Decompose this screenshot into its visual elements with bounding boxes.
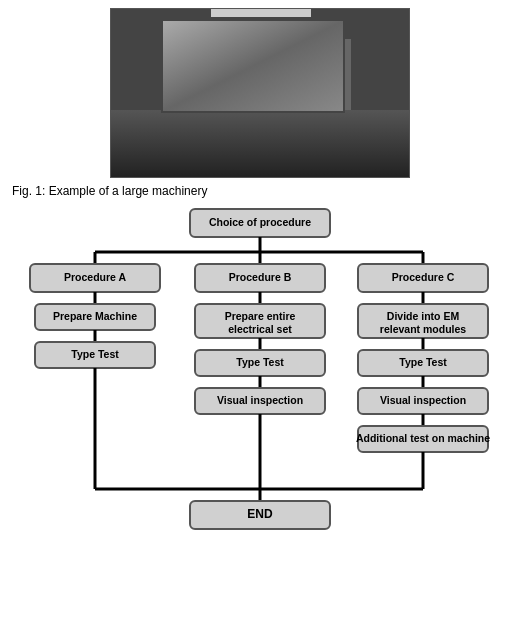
flowchart-svg: .box { fill: #d0d0d0; stroke: #555; stro… [15, 204, 505, 534]
divide-em-label-2: relevant modules [379, 323, 466, 335]
visual-inspection-c-label: Visual inspection [379, 394, 465, 406]
figure-section: Fig. 1: Example of a large machinery [10, 8, 509, 198]
svg-point-21 [248, 76, 264, 92]
svg-point-15 [136, 129, 186, 149]
svg-rect-2 [171, 39, 351, 139]
divide-em-label-1: Divide into EM [386, 310, 459, 322]
svg-point-13 [116, 119, 206, 159]
choice-label: Choice of procedure [208, 216, 310, 228]
svg-rect-12 [309, 61, 323, 72]
prepare-electrical-label-1: Prepare entire [224, 310, 295, 322]
procedure-c-label: Procedure C [391, 271, 454, 283]
svg-rect-6 [326, 39, 351, 139]
type-test-c-label: Type Test [399, 356, 447, 368]
prepare-machine-label: Prepare Machine [52, 310, 136, 322]
svg-rect-11 [306, 59, 326, 74]
svg-rect-8 [226, 54, 296, 114]
svg-rect-19 [211, 9, 311, 17]
svg-rect-5 [171, 39, 196, 139]
machinery-photo [111, 9, 409, 177]
svg-rect-1 [111, 9, 410, 178]
prepare-electrical-label-2: electrical set [228, 323, 292, 335]
svg-rect-3 [176, 44, 346, 134]
svg-rect-18 [111, 149, 410, 178]
procedure-a-label: Procedure A [63, 271, 125, 283]
svg-rect-20 [231, 57, 291, 65]
procedure-b-label: Procedure B [228, 271, 291, 283]
svg-point-22 [268, 76, 284, 92]
svg-rect-9 [196, 59, 216, 74]
end-label: END [247, 507, 273, 521]
type-test-a-label: Type Test [71, 348, 119, 360]
figure-caption: Fig. 1: Example of a large machinery [10, 184, 207, 198]
svg-rect-10 [199, 61, 213, 72]
svg-point-14 [126, 124, 196, 154]
page-container: Fig. 1: Example of a large machinery .bo… [0, 0, 519, 547]
machinery-image [110, 8, 410, 178]
flowchart-container: .box { fill: #d0d0d0; stroke: #555; stro… [15, 204, 505, 537]
svg-rect-7 [221, 49, 301, 119]
svg-rect-4 [181, 24, 341, 54]
additional-test-label: Additional test on machine [355, 432, 489, 444]
type-test-b-label: Type Test [236, 356, 284, 368]
visual-inspection-b-label: Visual inspection [216, 394, 302, 406]
